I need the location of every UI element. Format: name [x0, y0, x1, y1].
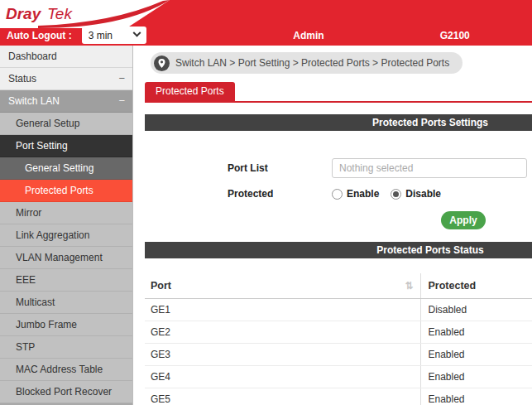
radio-enable[interactable]: Enable	[332, 188, 379, 200]
sidebar-item-general-setup[interactable]: General Setup	[0, 113, 132, 135]
cell-protected: Enabled	[420, 321, 532, 343]
radio-disable-icon	[391, 189, 401, 200]
sort-icon[interactable]: ⇅	[405, 280, 413, 292]
sidebar-item-multicast[interactable]: Multicast	[0, 292, 132, 314]
header-brand-row: Dray Tek	[0, 0, 532, 25]
chevron-down-icon	[132, 29, 141, 37]
sidebar-item-label: Jumbo Frame	[16, 319, 77, 330]
protected-ports-settings-panel: Protected Ports Settings Port List Prote…	[145, 114, 532, 229]
column-header-protected[interactable]: Protected	[420, 273, 532, 298]
sidebar-item-label: Dashboard	[8, 51, 57, 62]
sidebar-item-label: Port Setting	[16, 140, 68, 152]
apply-row: Apply	[145, 211, 532, 229]
cell-port: GE4	[145, 365, 420, 388]
sidebar-item-eee[interactable]: EEE	[0, 269, 132, 292]
table-row: GE2Enabled	[145, 321, 532, 343]
sidebar-item-switch-lan[interactable]: Switch LAN−	[0, 90, 132, 113]
cell-port: GE3	[145, 343, 420, 365]
collapse-dash-icon: −	[118, 68, 125, 89]
sidebar-item-label: Blocked Port Recover	[16, 386, 112, 398]
cell-port: GE2	[145, 321, 420, 343]
protected-label: Protected	[228, 188, 332, 200]
logo-text-bold: Dray	[6, 5, 42, 22]
cell-protected: Disabled	[420, 298, 532, 321]
table-row: GE4Enabled	[145, 365, 532, 388]
logo-text-light: Tek	[47, 5, 73, 22]
cell-port: GE5	[145, 388, 420, 405]
main-content: Switch LAN > Port Setting > Protected Po…	[133, 46, 532, 405]
sidebar-item-label: Multicast	[16, 297, 55, 308]
sidebar-item-mirror[interactable]: Mirror	[0, 202, 132, 224]
sidebar-item-link-aggregation[interactable]: Link Aggregation	[0, 224, 132, 247]
apply-button[interactable]: Apply	[441, 211, 486, 229]
sidebar-item-label: General Setting	[25, 162, 93, 174]
radio-disable-label: Disable	[405, 188, 441, 200]
sidebar-item-mac-address-table[interactable]: MAC Address Table	[0, 359, 132, 381]
cell-protected: Enabled	[420, 365, 532, 388]
sidebar-item-protected-ports[interactable]: Protected Ports	[0, 180, 132, 202]
sidebar-item-label: Switch LAN	[8, 95, 60, 107]
settings-panel-title: Protected Ports Settings	[145, 114, 532, 131]
sidebar-item-blocked-port-recover[interactable]: Blocked Port Recover	[0, 381, 132, 403]
table-row: GE3Enabled	[145, 343, 532, 365]
radio-enable-icon	[332, 189, 343, 200]
port-header-label: Port	[151, 280, 171, 292]
sidebar-nav: DashboardStatus−Switch LAN−General Setup…	[0, 46, 133, 405]
cell-protected: Enabled	[420, 343, 532, 365]
radio-disable[interactable]: Disable	[391, 188, 441, 200]
sidebar-item-label: MAC Address Table	[16, 364, 103, 375]
breadcrumb: Switch LAN > Port Setting > Protected Po…	[151, 52, 463, 74]
sidebar-item-jumbo-frame[interactable]: Jumbo Frame	[0, 314, 132, 336]
sidebar-item-label: Mirror	[16, 207, 41, 219]
tab-protected-ports[interactable]: Protected Ports	[145, 82, 235, 101]
sidebar-item-label: STP	[16, 341, 35, 353]
sidebar-item-label: Status	[8, 73, 36, 84]
port-list-label: Port List	[228, 162, 332, 174]
draytek-logo: Dray Tek	[0, 0, 174, 28]
auto-logout-select[interactable]: 3 min	[82, 27, 146, 44]
protected-row: Protected Enable Disable	[145, 188, 532, 200]
table-header-row: Port ⇅ Protected	[145, 273, 532, 298]
tab-bar: Protected Ports	[145, 82, 532, 103]
sidebar-item-dashboard[interactable]: Dashboard	[0, 46, 132, 68]
port-list-input[interactable]	[332, 158, 527, 178]
sidebar-item-label: General Setup	[16, 118, 79, 129]
location-pin-icon	[154, 55, 170, 71]
sidebar-item-general-setting[interactable]: General Setting	[0, 157, 132, 180]
auto-logout-label: Auto Logout :	[7, 30, 72, 41]
cell-protected: Enabled	[420, 388, 532, 405]
auto-logout-value: 3 min	[89, 30, 113, 41]
device-model: G2100	[440, 30, 470, 41]
sidebar-item-port-setting[interactable]: Port Setting	[0, 135, 132, 157]
protected-ports-status-table: Port ⇅ Protected GE1DisabledGE2EnabledGE…	[145, 273, 532, 405]
sidebar-item-stp[interactable]: STP	[0, 336, 132, 359]
sidebar-item-label: EEE	[16, 274, 36, 286]
breadcrumb-path: Switch LAN > Port Setting > Protected Po…	[175, 57, 449, 69]
radio-enable-label: Enable	[347, 188, 379, 200]
logged-in-user: Admin	[293, 30, 324, 41]
sidebar-item-label: VLAN Management	[16, 252, 103, 263]
top-header: Dray Tek Auto Logout : 3 min Admin G2100	[0, 0, 532, 46]
protected-ports-status-panel: Protected Ports Status Port ⇅ Protected …	[145, 242, 532, 405]
column-header-port[interactable]: Port ⇅	[145, 273, 420, 298]
sidebar-item-label: Link Aggregation	[16, 229, 89, 241]
table-row: GE5Enabled	[145, 388, 532, 405]
cell-port: GE1	[145, 298, 420, 321]
collapse-dash-icon: −	[118, 90, 125, 112]
port-list-row: Port List	[145, 158, 532, 178]
sidebar-item-status[interactable]: Status−	[0, 68, 132, 90]
status-panel-title: Protected Ports Status	[145, 242, 532, 258]
table-row: GE1Disabled	[145, 298, 532, 321]
sidebar-item-label: Protected Ports	[25, 185, 93, 196]
sidebar-item-vlan-management[interactable]: VLAN Management	[0, 247, 132, 269]
